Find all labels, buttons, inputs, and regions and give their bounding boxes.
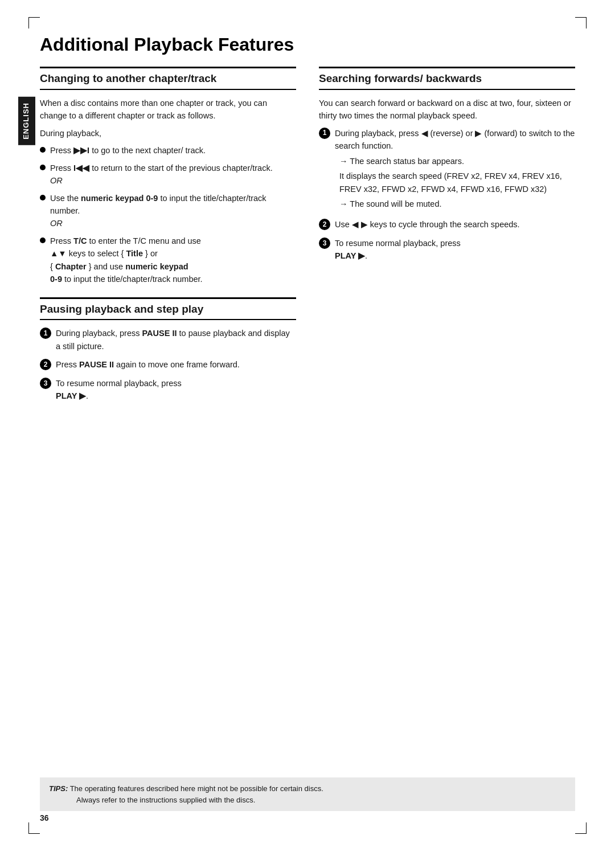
searching-intro: You can search forward or backward on a … — [319, 97, 575, 122]
pausing-numbered-list: 1 During playback, press PAUSE II to pau… — [40, 327, 296, 402]
arrow-item-sound: The sound will be muted. — [339, 198, 575, 210]
page-number: 36 — [40, 813, 49, 822]
tips-label: TIPS: — [49, 784, 68, 793]
list-item: 3 To resume normal playback, press PLAY … — [319, 237, 575, 263]
content-area: English Additional Playback Features Cha… — [40, 34, 575, 822]
bullet-dot — [40, 165, 46, 170]
num-circle-s3: 3 — [319, 238, 330, 249]
num-circle-3: 3 — [40, 378, 51, 389]
chapter-bullet-list: Press ▶▶I to go to the next chapter/ tra… — [40, 144, 296, 286]
search-speed-text: It displays the search speed (FREV x2, F… — [339, 170, 575, 195]
tips-text2: Always refer to the instructions supplie… — [76, 796, 255, 804]
list-item: 3 To resume normal playback, press PLAY … — [40, 377, 296, 403]
language-tab: English — [18, 97, 35, 145]
section-title-searching: Searching forwards/ backwards — [319, 67, 575, 90]
list-item: Press T/C to enter the T/C menu and use … — [40, 235, 296, 286]
bullet-dot — [40, 238, 46, 243]
list-item: Press I◀◀ to return to the start of the … — [40, 162, 296, 187]
num-circle-s1: 1 — [319, 128, 330, 139]
bullet-text: Press T/C to enter the T/C menu and use … — [50, 235, 203, 286]
section-body-chapter: When a disc contains more than one chapt… — [40, 97, 296, 286]
page-wrapper: English Additional Playback Features Cha… — [0, 0, 615, 868]
tips-bar: TIPS: The operating features described h… — [40, 777, 575, 811]
bullet-text: Press I◀◀ to return to the start of the … — [50, 162, 273, 187]
page-title: Additional Playback Features — [40, 34, 575, 55]
corner-mark-tr — [575, 17, 587, 28]
section-body-searching: You can search forward or backward on a … — [319, 97, 575, 263]
tips-text1: The operating features described here mi… — [70, 784, 323, 793]
corner-mark-tl — [28, 17, 40, 28]
list-item: 1 During playback, press PAUSE II to pau… — [40, 327, 296, 353]
num-content: To resume normal playback, press PLAY ▶. — [335, 237, 575, 263]
arrow-item: The search status bar appears. — [339, 155, 575, 167]
section-title-chapter: Changing to another chapter/track — [40, 67, 296, 90]
num-content: Use ◀ ▶ keys to cycle through the search… — [335, 218, 575, 231]
list-item: Press ▶▶I to go to the next chapter/ tra… — [40, 144, 296, 157]
bullet-dot — [40, 147, 46, 153]
section-pausing: Pausing playback and step play 1 During … — [40, 297, 296, 403]
num-content: During playback, press ◀ (reverse) or ▶ … — [335, 127, 575, 213]
corner-mark-bl — [28, 822, 40, 834]
chapter-intro: When a disc contains more than one chapt… — [40, 97, 296, 122]
during-playback: During playback, — [40, 127, 296, 140]
num-content: To resume normal playback, press PLAY ▶. — [56, 377, 296, 403]
bullet-text: Use the numeric keypad 0-9 to input the … — [50, 192, 296, 230]
bullet-dot — [40, 195, 46, 200]
bullet-text: Press ▶▶I to go to the next chapter/ tra… — [50, 144, 206, 157]
list-item: 2 Press PAUSE II again to move one frame… — [40, 358, 296, 371]
num-circle-s2: 2 — [319, 219, 330, 230]
two-column-layout: Changing to another chapter/track When a… — [40, 67, 575, 408]
num-circle-1: 1 — [40, 327, 51, 339]
list-item: 2 Use ◀ ▶ keys to cycle through the sear… — [319, 218, 575, 231]
num-circle-2: 2 — [40, 359, 51, 370]
section-body-pausing: 1 During playback, press PAUSE II to pau… — [40, 327, 296, 402]
col-right: Searching forwards/ backwards You can se… — [319, 67, 575, 408]
searching-numbered-list: 1 During playback, press ◀ (reverse) or … — [319, 127, 575, 263]
num-content: Press PAUSE II again to move one frame f… — [56, 358, 296, 371]
list-item: Use the numeric keypad 0-9 to input the … — [40, 192, 296, 230]
num-content: During playback, press PAUSE II to pause… — [56, 327, 296, 353]
section-title-pausing: Pausing playback and step play — [40, 297, 296, 321]
corner-mark-br — [575, 822, 587, 834]
list-item: 1 During playback, press ◀ (reverse) or … — [319, 127, 575, 213]
col-left: Changing to another chapter/track When a… — [40, 67, 296, 408]
